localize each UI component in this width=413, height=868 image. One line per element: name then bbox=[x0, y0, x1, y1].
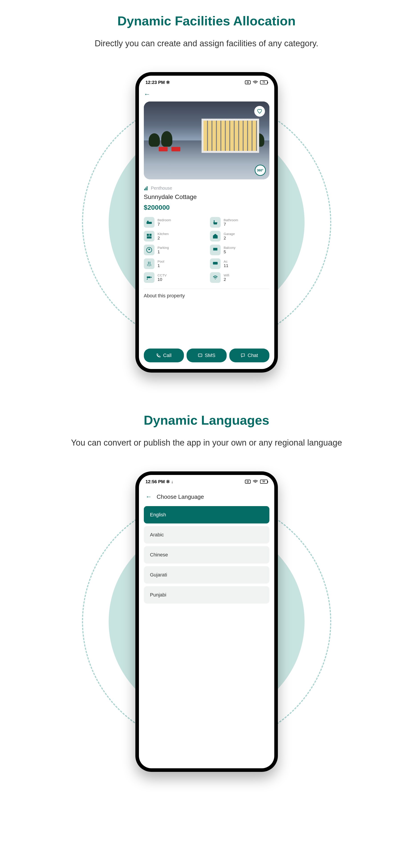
svg-rect-9 bbox=[149, 234, 151, 236]
sms-icon bbox=[198, 353, 203, 358]
status-icons: 72 bbox=[245, 80, 268, 84]
svg-rect-2 bbox=[144, 188, 145, 190]
chat-label: Chat bbox=[247, 352, 258, 358]
back-button[interactable]: ← bbox=[146, 492, 152, 502]
svg-rect-4 bbox=[147, 186, 147, 190]
language-option-arabic[interactable]: Arabic bbox=[144, 526, 269, 544]
heart-icon bbox=[257, 108, 262, 114]
facility-label: Parking bbox=[158, 246, 169, 249]
status-icons: 50 bbox=[245, 479, 268, 484]
battery-icon: 50 bbox=[260, 479, 268, 484]
facility-item: Ac 11 bbox=[210, 258, 269, 269]
camera-icon bbox=[245, 479, 251, 484]
phone-mockup-languages: 12:56 PM ✲ ↓ 50 ← Choose Language Englis… bbox=[136, 471, 278, 772]
languages-section: Dynamic Languages You can convert or pub… bbox=[0, 399, 413, 799]
facility-item: Pool 1 bbox=[144, 258, 203, 269]
svg-rect-17 bbox=[213, 262, 217, 265]
facility-item: Bathroom 7 bbox=[210, 217, 269, 228]
svg-rect-12 bbox=[214, 237, 217, 238]
pool-icon bbox=[144, 258, 154, 269]
svg-rect-6 bbox=[147, 221, 148, 222]
phone-mockup-facilities: 12:23 PM ✲ 72 ← bbox=[136, 72, 278, 373]
svg-point-1 bbox=[247, 82, 248, 83]
facility-value: 10 bbox=[158, 277, 167, 282]
status-time: 12:23 PM ✲ bbox=[146, 80, 170, 85]
svg-rect-5 bbox=[147, 222, 152, 224]
language-option-chinese[interactable]: Chinese bbox=[144, 546, 269, 563]
facility-label: Ac bbox=[224, 259, 229, 263]
facility-item: Parking 1 bbox=[144, 245, 203, 255]
svg-rect-8 bbox=[147, 234, 149, 236]
facilities-title: Dynamic Facilities Allocation bbox=[0, 13, 413, 28]
facility-value: 2 bbox=[224, 236, 235, 241]
chat-icon bbox=[240, 353, 245, 358]
bedroom-icon bbox=[144, 217, 154, 228]
facility-item: Wifi 2 bbox=[210, 272, 269, 283]
status-time: 12:56 PM ✲ ↓ bbox=[146, 479, 173, 484]
facility-label: Wifi bbox=[224, 273, 229, 277]
wifi-icon bbox=[253, 80, 258, 84]
facility-value: 2 bbox=[158, 236, 169, 241]
svg-rect-15 bbox=[148, 262, 148, 265]
facility-value: 7 bbox=[224, 222, 238, 227]
svg-rect-11 bbox=[214, 236, 217, 237]
property-category: Penthouse bbox=[144, 186, 269, 191]
facility-item: Garage 2 bbox=[210, 231, 269, 242]
facility-item: Kitchen 2 bbox=[144, 231, 203, 242]
facility-value: 1 bbox=[158, 263, 164, 268]
facility-value: 11 bbox=[224, 263, 229, 268]
bathroom-icon bbox=[210, 217, 220, 228]
sms-button[interactable]: SMS bbox=[186, 348, 227, 362]
favorite-button[interactable] bbox=[254, 106, 265, 117]
property-name: Sunnydale Cottage bbox=[144, 193, 269, 200]
sms-label: SMS bbox=[205, 352, 215, 358]
view-360-badge[interactable]: 360° bbox=[255, 165, 266, 176]
facility-label: Kitchen bbox=[158, 232, 169, 236]
phone-icon bbox=[156, 353, 161, 358]
language-option-gujarati[interactable]: Gujarati bbox=[144, 566, 269, 584]
svg-rect-7 bbox=[214, 220, 215, 222]
facility-label: CCTV bbox=[158, 273, 167, 277]
choose-language-title: Choose Language bbox=[157, 493, 204, 500]
ac-icon bbox=[210, 258, 220, 269]
property-price: $200000 bbox=[144, 204, 269, 211]
wifi-icon bbox=[210, 272, 220, 283]
svg-rect-10 bbox=[147, 236, 151, 238]
call-label: Call bbox=[163, 352, 172, 358]
wifi-icon bbox=[253, 479, 258, 484]
facilities-grid: Bedroom 7 Bathroom 7 Kitchen 2 Garage 2 … bbox=[144, 217, 269, 283]
status-bar: 12:23 PM ✲ 72 bbox=[139, 76, 274, 87]
svg-rect-16 bbox=[150, 262, 150, 265]
language-option-punjabi[interactable]: Punjabi bbox=[144, 586, 269, 603]
building-icon bbox=[144, 186, 149, 191]
chat-button[interactable]: Chat bbox=[229, 348, 269, 362]
language-option-english[interactable]: English bbox=[144, 506, 269, 524]
garage-icon bbox=[210, 231, 220, 242]
balcony-icon bbox=[210, 245, 220, 255]
facility-value: 5 bbox=[224, 249, 236, 254]
svg-rect-3 bbox=[145, 187, 146, 190]
svg-rect-0 bbox=[245, 81, 250, 84]
facility-value: 7 bbox=[158, 222, 171, 227]
back-button[interactable]: ← bbox=[144, 89, 150, 99]
facility-label: Bathroom bbox=[224, 218, 238, 222]
language-list: EnglishArabicChineseGujaratiPunjabi bbox=[144, 506, 269, 603]
svg-rect-14 bbox=[213, 248, 217, 251]
facility-label: Garage bbox=[224, 232, 235, 236]
category-label: Penthouse bbox=[151, 186, 172, 191]
about-property-label: About this property bbox=[144, 293, 269, 299]
facility-label: Balcony bbox=[224, 246, 236, 249]
facility-label: Bedroom bbox=[158, 218, 171, 222]
cctv-icon bbox=[144, 272, 154, 283]
svg-point-21 bbox=[247, 481, 248, 483]
svg-rect-20 bbox=[245, 480, 250, 483]
facility-item: Bedroom 7 bbox=[144, 217, 203, 228]
property-image[interactable]: 360° bbox=[144, 101, 269, 179]
facilities-section: Dynamic Facilities Allocation Directly y… bbox=[0, 0, 413, 399]
svg-point-18 bbox=[151, 277, 152, 278]
facilities-subtitle: Directly you can create and assign facil… bbox=[51, 37, 362, 50]
camera-icon bbox=[245, 80, 251, 84]
call-button[interactable]: Call bbox=[144, 348, 184, 362]
battery-icon: 72 bbox=[260, 80, 268, 84]
languages-subtitle: You can convert or publish the app in yo… bbox=[51, 436, 362, 449]
